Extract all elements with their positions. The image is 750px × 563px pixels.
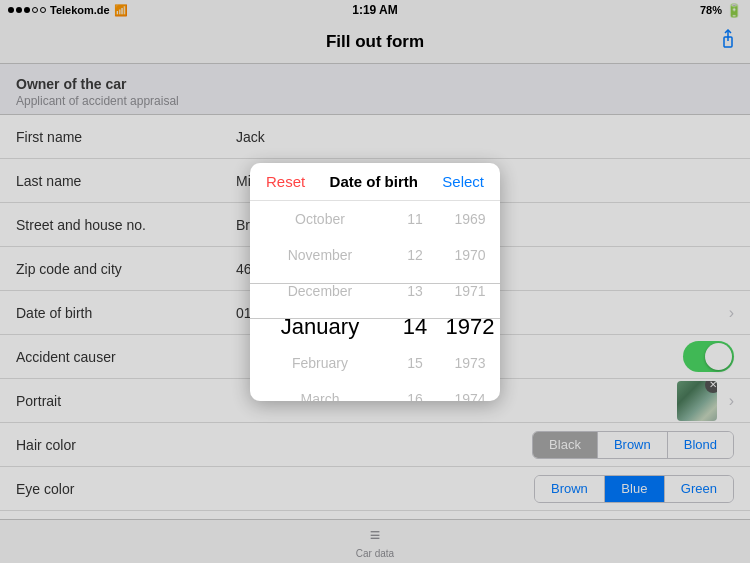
day-picker-items: 11 12 13 14 15 16 17: [390, 201, 440, 401]
picker-item-selected[interactable]: 14: [390, 309, 440, 345]
picker-item[interactable]: 16: [390, 381, 440, 401]
picker-item[interactable]: November: [250, 237, 390, 273]
picker-item[interactable]: February: [250, 345, 390, 381]
date-picker-header: Reset Date of birth Select: [250, 163, 500, 201]
date-picker-body: October November December January Februa…: [250, 201, 500, 401]
year-picker-col[interactable]: 1969 1970 1971 1972 1973 1974 1975: [440, 201, 500, 401]
picker-item[interactable]: 1969: [440, 201, 500, 237]
picker-item[interactable]: 11: [390, 201, 440, 237]
picker-title: Date of birth: [330, 173, 418, 190]
picker-item[interactable]: 1970: [440, 237, 500, 273]
date-picker: Reset Date of birth Select October Novem…: [250, 163, 500, 401]
picker-item[interactable]: 13: [390, 273, 440, 309]
picker-item[interactable]: 1974: [440, 381, 500, 401]
day-picker-col[interactable]: 11 12 13 14 15 16 17: [390, 201, 440, 401]
picker-reset-button[interactable]: Reset: [266, 173, 305, 190]
month-picker-col[interactable]: October November December January Februa…: [250, 201, 390, 401]
picker-item[interactable]: 12: [390, 237, 440, 273]
date-picker-overlay[interactable]: Reset Date of birth Select October Novem…: [0, 0, 750, 563]
picker-item[interactable]: March: [250, 381, 390, 401]
picker-item[interactable]: 1973: [440, 345, 500, 381]
picker-item-selected[interactable]: 1972: [440, 309, 500, 345]
picker-item[interactable]: 1971: [440, 273, 500, 309]
picker-item-selected[interactable]: January: [250, 309, 390, 345]
picker-item[interactable]: October: [250, 201, 390, 237]
month-picker-items: October November December January Februa…: [250, 201, 390, 401]
year-picker-items: 1969 1970 1971 1972 1973 1974 1975: [440, 201, 500, 401]
picker-item[interactable]: 15: [390, 345, 440, 381]
picker-item[interactable]: December: [250, 273, 390, 309]
picker-select-button[interactable]: Select: [442, 173, 484, 190]
